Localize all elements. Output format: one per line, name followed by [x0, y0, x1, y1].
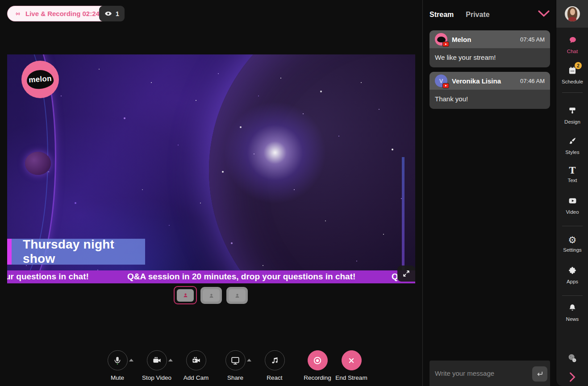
chat-bubble-icon	[568, 36, 577, 45]
sidebar-item-schedule[interactable]: 2 Schedule	[556, 66, 588, 84]
chat-author: Veronika Lisina	[452, 77, 516, 85]
calendar-icon: 2	[568, 66, 577, 75]
person-icon	[182, 292, 189, 299]
react-label: React	[255, 374, 294, 381]
melon-logo-blob: melon	[26, 69, 54, 90]
layout-thumbnail[interactable]	[226, 287, 248, 304]
collapse-sidebar-button[interactable]	[556, 371, 588, 382]
stop-video-button[interactable]: Stop Video	[137, 350, 176, 381]
person-icon	[234, 292, 241, 299]
sidebar-label-schedule: Schedule	[556, 79, 588, 84]
stop-video-label: Stop Video	[137, 374, 176, 381]
share-label: Share	[216, 374, 255, 381]
melon-logo-text: melon	[29, 74, 52, 85]
chat-message-header: Melon 07:45 AM	[430, 30, 550, 48]
chat-panel: Stream Private Melon 07:45 AM We like yo…	[422, 0, 556, 386]
sidebar-item-news[interactable]: News	[556, 303, 588, 322]
bell-icon	[568, 303, 577, 312]
sidebar-item-chat[interactable]: Chat	[556, 36, 588, 54]
screen-share-icon	[230, 356, 240, 365]
title-accent-bar	[7, 239, 12, 265]
account-header[interactable]	[556, 0, 588, 28]
tool-sidebar: Chat 2 Schedule	[556, 0, 588, 386]
schedule-badge: 2	[575, 62, 582, 69]
chat-message-text: We like your stream!	[430, 48, 550, 67]
sidebar-item-apps[interactable]: Apps	[556, 266, 588, 284]
sidebar-label-news: News	[556, 316, 588, 322]
youtube-icon	[442, 42, 449, 47]
sidebar-label-video: Video	[556, 209, 588, 215]
sidebar-label-apps: Apps	[556, 279, 588, 284]
gear-icon: ⚙	[568, 236, 577, 245]
tab-private[interactable]: Private	[466, 11, 489, 19]
sidebar-divider	[562, 92, 583, 93]
chat-timestamp: 07:45 AM	[520, 36, 545, 43]
record-icon	[312, 355, 323, 366]
end-stream-label: End Stream	[332, 374, 371, 381]
send-message-button[interactable]	[532, 366, 547, 382]
video-camera-icon	[152, 355, 162, 365]
sidebar-item-text[interactable]: T Text	[556, 166, 588, 183]
sidebar-label-design: Design	[556, 119, 588, 125]
sidebar-label-chat: Chat	[556, 49, 588, 54]
sidebar-divider	[562, 295, 583, 296]
share-options-caret[interactable]	[247, 359, 251, 361]
music-note-icon	[270, 356, 279, 365]
chat-author: Melon	[452, 36, 516, 43]
microphone-icon	[113, 356, 122, 365]
live-studio-app: Live & Recording 02:24 1 melon Thursday …	[0, 0, 588, 386]
chat-message: Melon 07:45 AM We like your stream!	[430, 30, 550, 67]
ticker-text-tail: ur questions in chat!	[7, 272, 89, 282]
puzzle-icon	[568, 266, 577, 275]
video-options-caret[interactable]	[168, 359, 173, 361]
viewer-count-badge[interactable]: 1	[99, 6, 125, 21]
expand-icon	[402, 269, 411, 278]
chat-message-text: Thank you!	[430, 90, 550, 109]
sidebar-item-settings[interactable]: ⚙ Settings	[556, 236, 588, 253]
layout-thumbnail[interactable]	[200, 287, 222, 304]
enter-icon	[536, 370, 544, 378]
stream-title-overlay: Thursday night show	[12, 239, 145, 265]
text-icon: T	[569, 166, 576, 175]
add-cam-label: Add Cam	[176, 374, 216, 381]
small-planet-graphic	[25, 152, 51, 175]
ticker-banner: ur questions in chat! Q&A session in 20 …	[7, 270, 415, 283]
viewer-count: 1	[116, 10, 119, 17]
decorative-stripe	[402, 157, 405, 283]
melon-brand-logo: melon	[21, 61, 59, 98]
recording-button[interactable]: Recording	[298, 350, 337, 381]
end-stream-button[interactable]: End Stream	[332, 350, 371, 381]
chevron-down-icon[interactable]	[538, 10, 550, 17]
live-recording-badge: Live & Recording 02:24	[7, 6, 108, 21]
chat-timestamp: 07:46 AM	[520, 78, 545, 84]
sidebar-item-design[interactable]: Design	[556, 106, 588, 125]
person-icon	[208, 292, 215, 299]
recording-label: Recording	[298, 374, 337, 381]
sidebar-label-settings: Settings	[556, 247, 588, 253]
share-button[interactable]: Share	[216, 350, 255, 381]
chat-message-header: V Veronika Lisina 07:46 AM	[430, 72, 550, 90]
layout-thumbnail-tile	[229, 289, 246, 302]
mute-button[interactable]: Mute	[98, 350, 137, 381]
mute-label: Mute	[98, 374, 137, 381]
chat-message: V Veronika Lisina 07:46 AM Thank you!	[430, 72, 550, 109]
user-avatar[interactable]	[565, 6, 580, 21]
tab-stream[interactable]: Stream	[430, 11, 454, 19]
add-cam-button[interactable]: Add Cam	[176, 350, 216, 381]
ticker-text-main: Q&A session in 20 minutes, drop your que…	[127, 272, 355, 282]
sidebar-item-styles[interactable]: Styles	[556, 137, 588, 155]
stream-preview-stage: melon Thursday night show ur questions i…	[7, 54, 415, 283]
chat-tabs: Stream Private	[430, 11, 490, 19]
chat-message-input[interactable]	[435, 361, 515, 386]
live-recording-label: Live & Recording 02:24	[25, 10, 100, 17]
layout-thumbnail-tile	[203, 289, 220, 302]
avatar	[435, 33, 447, 46]
react-button[interactable]: React	[255, 350, 294, 381]
layout-thumbnail-active[interactable]	[174, 286, 197, 304]
avatar: V	[435, 75, 447, 87]
cookie-settings-button[interactable]	[556, 353, 588, 363]
fullscreen-expand-button[interactable]	[397, 266, 415, 282]
mic-options-caret[interactable]	[129, 359, 133, 361]
eye-icon	[104, 10, 112, 17]
sidebar-item-video[interactable]: Video	[556, 196, 588, 215]
